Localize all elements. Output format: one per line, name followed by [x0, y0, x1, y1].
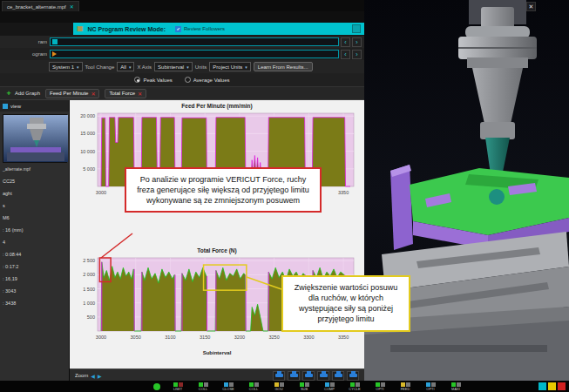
graph-tab-total-force[interactable]: Total Force ✕ — [105, 89, 146, 98]
statusbar-item-label: COLL — [199, 387, 207, 391]
next-button[interactable]: › — [352, 50, 362, 59]
tool-change-select[interactable]: All ▾ — [117, 62, 134, 71]
statusbar-item-label: COLL — [249, 387, 258, 391]
svg-text:3350: 3350 — [338, 335, 349, 340]
svg-text:1 500: 1 500 — [83, 287, 95, 292]
chevron-down-icon: ▾ — [245, 64, 247, 70]
units-select[interactable]: Project Units ▾ — [209, 62, 251, 71]
statusbar-item[interactable]: COLL — [193, 382, 213, 391]
view-close-button[interactable]: ✕ — [526, 2, 536, 11]
statusbar-item[interactable]: FEED — [395, 382, 416, 391]
graph-tab-feed-per-minute[interactable]: Feed Per Minute ✕ — [45, 89, 99, 98]
program-row: ram ‹ › — [0, 36, 364, 48]
svg-text:10 000: 10 000 — [80, 149, 95, 154]
graph-tab-label: Total Force — [109, 91, 135, 96]
program-input[interactable] — [50, 37, 339, 46]
program-tab[interactable]: ce_bracket_alternate.mpf ✕ — [2, 1, 79, 11]
playback-button[interactable] — [317, 371, 329, 381]
close-graph-icon[interactable]: ✕ — [138, 91, 142, 97]
plus-icon: ＋ — [5, 90, 12, 97]
learn-from-results-button[interactable]: Learn From Results... — [254, 62, 313, 71]
status-bar: LIMITCOLLCLOSECOLLGOUSUBCOMPCYCLEOPTIFEE… — [0, 381, 569, 392]
zoom-left-button[interactable]: ◀ — [91, 373, 95, 379]
statusbar-item[interactable]: LIMIT — [167, 382, 188, 391]
radio-icon — [185, 77, 191, 83]
review-followers-label: Review Followers — [184, 26, 225, 31]
peak-values-radio[interactable]: Peak Values — [134, 77, 172, 83]
vehicle-icon — [305, 374, 313, 377]
add-graph-label: Add Graph — [15, 91, 40, 96]
header-tool-icon[interactable] — [352, 24, 361, 33]
status-indicator[interactable] — [539, 382, 546, 390]
statusbar-item[interactable]: OPTI — [369, 382, 390, 391]
vehicle-icon — [290, 374, 298, 377]
sidebar-prop: : 16 (mm) — [3, 224, 66, 236]
tab-close-icon[interactable]: ✕ — [70, 3, 74, 10]
tool-change-value: All — [120, 64, 126, 70]
program-row-label: ram — [0, 39, 47, 44]
playback-button[interactable] — [273, 371, 285, 381]
review-followers-checkbox[interactable]: ✔ Review Followers — [175, 26, 225, 32]
add-graph-button[interactable]: ＋ Add Graph — [5, 90, 40, 97]
subprogram-row-label: ogram — [0, 51, 47, 57]
review-sidebar: view — [0, 100, 70, 382]
units-value: Project Units — [213, 64, 242, 70]
close-graph-icon[interactable]: ✕ — [91, 91, 95, 97]
statusbar-item[interactable]: GOU — [268, 382, 289, 391]
statusbar-item[interactable]: CLOSE — [218, 382, 239, 391]
force-limit-annotation: Po analizie w programie VERICUT Force, r… — [125, 167, 322, 213]
statusbar-item-label: SUB — [301, 387, 308, 391]
x-axis-label: X Axis — [137, 64, 152, 70]
prev-button[interactable]: ‹ — [341, 37, 350, 47]
svg-text:3000: 3000 — [96, 190, 106, 195]
svg-text:20 000: 20 000 — [80, 113, 95, 118]
subprogram-row: ogram ‹ › — [0, 48, 364, 60]
playback-button[interactable] — [288, 371, 300, 381]
x-axis-select[interactable]: Subinterval ▾ — [154, 62, 193, 71]
playback-button[interactable] — [332, 371, 344, 381]
statusbar-item[interactable]: COMP — [319, 382, 340, 391]
grid-icon: ▦ — [77, 25, 84, 32]
statusbar-item-label: LIMIT — [173, 387, 182, 391]
statusbar-items: LIMITCOLLCLOSECOLLGOUSUBCOMPCYCLEOPTIFEE… — [167, 382, 466, 391]
chart-title: Feed Per Minute (mm/min) — [71, 102, 362, 111]
statusbar-item-label: CLOSE — [222, 387, 234, 391]
next-button[interactable]: › — [352, 37, 362, 47]
sidebar-prop: aght — [3, 187, 66, 199]
peak-values-label: Peak Values — [143, 78, 172, 83]
status-indicator[interactable] — [548, 382, 556, 390]
svg-text:5 000: 5 000 — [83, 166, 95, 172]
playback-button[interactable] — [302, 371, 315, 381]
tool-thumbnail[interactable] — [3, 114, 67, 163]
sidebar-file-name: _alternate.mpf — [0, 166, 69, 172]
record-icon — [153, 383, 160, 390]
statusbar-item[interactable]: COLL — [243, 382, 264, 391]
svg-text:15 000: 15 000 — [80, 131, 95, 136]
svg-text:3200: 3200 — [234, 335, 245, 340]
tab-bar: ce_bracket_alternate.mpf ✕ — [0, 0, 364, 11]
playback-button[interactable] — [347, 371, 359, 381]
prev-button[interactable]: ‹ — [341, 50, 350, 59]
statusbar-item[interactable]: CYCLE — [344, 382, 365, 391]
statusbar-item[interactable]: SUB — [294, 382, 315, 391]
svg-text:3050: 3050 — [131, 335, 141, 340]
x-axis-value: Subinterval — [158, 64, 184, 70]
average-values-radio[interactable]: Average Values — [185, 77, 230, 83]
sidebar-prop: 4 — [3, 236, 66, 248]
sidebar-prop: M6 — [3, 212, 66, 224]
statusbar-item[interactable]: MAXI — [445, 382, 466, 391]
checkbox-icon: ✔ — [175, 26, 181, 32]
status-indicator[interactable] — [558, 382, 566, 390]
statusbar-item[interactable]: OPTI — [420, 382, 441, 391]
zoom-right-button[interactable]: ▶ — [98, 373, 102, 379]
sidebar-title: view — [0, 100, 69, 112]
tool-change-label: Tool Change — [85, 64, 115, 70]
import-icon — [52, 51, 57, 57]
sidebar-props: CC25aghtsM6: 16 (mm)4: 0:08:44: 0:17:2: … — [0, 172, 69, 312]
units-label: Units — [195, 64, 207, 70]
chevron-down-icon: ▾ — [77, 64, 79, 70]
svg-text:3350: 3350 — [338, 190, 349, 195]
system-select[interactable]: System 1 ▾ — [49, 62, 83, 71]
view-icon — [3, 104, 8, 109]
subprogram-input[interactable] — [50, 50, 339, 58]
